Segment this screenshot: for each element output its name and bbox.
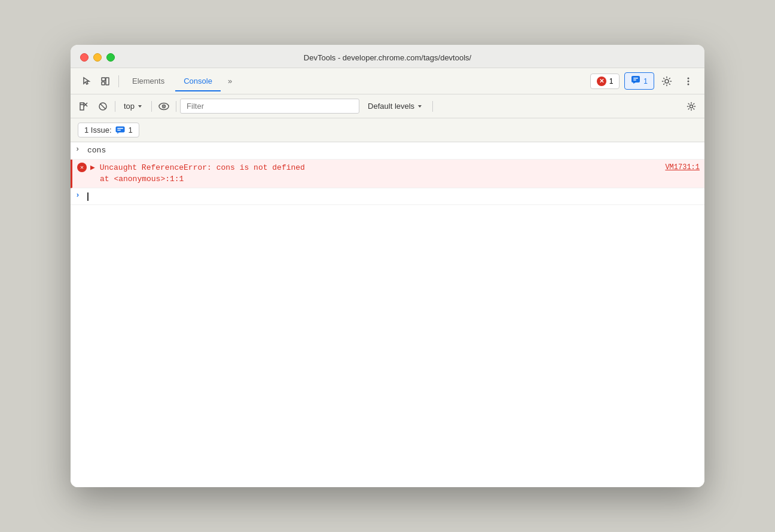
console-settings-button[interactable] (683, 98, 700, 115)
default-levels-button[interactable]: Default levels (362, 100, 429, 112)
error-icon: ✕ (77, 163, 87, 172)
devtools-window: DevTools - developer.chrome.com/tags/dev… (71, 45, 704, 487)
live-expressions-button[interactable] (155, 98, 172, 115)
svg-rect-0 (102, 78, 105, 81)
expand-arrow-icon[interactable]: › (75, 145, 84, 154)
issues-badge-button[interactable]: 1 Issue: 1 (78, 123, 139, 137)
svg-point-6 (665, 80, 669, 83)
svg-point-8 (688, 80, 689, 82)
prompt-input-area[interactable] (87, 191, 700, 203)
svg-rect-3 (631, 76, 640, 82)
error-content: ▶ Uncaught ReferenceError: cons is not d… (90, 162, 700, 185)
console-entry-error: ✕ ▶ Uncaught ReferenceError: cons is not… (71, 160, 704, 188)
minimize-button[interactable] (93, 53, 102, 62)
context-selector-dropdown[interactable]: top (119, 100, 148, 112)
svg-point-18 (163, 106, 164, 107)
svg-point-7 (688, 77, 689, 79)
svg-line-15 (100, 104, 105, 109)
issues-chat-icon (115, 126, 125, 134)
console-input-prompt[interactable]: › (71, 188, 704, 206)
tabs-bar: Elements Console » ✕ 1 1 (71, 68, 704, 94)
maximize-button[interactable] (106, 53, 115, 62)
filter-input[interactable] (180, 99, 359, 114)
chat-icon (631, 75, 640, 87)
default-levels-label: Default levels (368, 102, 414, 111)
error-count-button[interactable]: ✕ 1 (590, 74, 620, 89)
svg-rect-4 (633, 78, 638, 79)
svg-rect-20 (115, 127, 124, 133)
svg-rect-22 (117, 130, 121, 131)
issues-bar: 1 Issue: 1 (71, 118, 704, 142)
error-link[interactable]: VM1731:1 (665, 162, 700, 173)
window-title: DevTools - developer.chrome.com/tags/dev… (304, 53, 471, 62)
error-count-label: 1 (609, 77, 614, 85)
error-message-text: Uncaught ReferenceError: cons is not def… (100, 163, 305, 172)
console-entry-input: › cons (71, 142, 704, 160)
tab-elements[interactable]: Elements (124, 72, 173, 91)
inspect-element-button[interactable] (97, 73, 114, 90)
close-button[interactable] (80, 53, 89, 62)
svg-rect-2 (106, 78, 109, 85)
toolbar-separator-1 (115, 101, 115, 112)
error-expand-arrow[interactable]: ▶ (90, 163, 95, 172)
svg-rect-1 (102, 82, 105, 85)
message-count-button[interactable]: 1 (624, 72, 654, 90)
default-levels-arrow-icon (417, 103, 423, 109)
error-circle-icon: ✕ (597, 77, 606, 86)
text-cursor (87, 192, 89, 201)
title-bar: DevTools - developer.chrome.com/tags/dev… (71, 45, 704, 68)
svg-point-9 (688, 83, 689, 85)
toolbar-separator-3 (176, 101, 176, 112)
console-toolbar: top Default levels (71, 94, 704, 118)
svg-rect-10 (80, 103, 84, 110)
cursor-icon-button[interactable] (78, 73, 94, 90)
more-tabs-button[interactable]: » (223, 73, 237, 89)
context-selector-label: top (124, 102, 135, 111)
message-count-label: 1 (643, 77, 648, 85)
dropdown-arrow-icon (137, 103, 143, 109)
console-input-text: cons (87, 145, 700, 157)
settings-button[interactable] (658, 72, 676, 90)
toolbar-separator-4 (432, 101, 433, 112)
clear-console-button[interactable] (75, 98, 92, 115)
error-line1: ▶ Uncaught ReferenceError: cons is not d… (90, 162, 700, 174)
issues-message-count: 1 (129, 126, 133, 134)
toolbar-separator-2 (151, 101, 152, 112)
console-content: › cons ✕ ▶ Uncaught ReferenceError: cons… (71, 142, 704, 487)
prompt-chevron-icon: › (75, 191, 84, 200)
tab-console[interactable]: Console (175, 72, 221, 91)
svg-rect-21 (117, 128, 123, 129)
tab-divider-1 (118, 75, 119, 87)
svg-rect-5 (633, 80, 636, 81)
issues-count-text: 1 Issue: (84, 126, 112, 134)
no-blocking-button[interactable] (94, 98, 111, 115)
svg-point-19 (690, 105, 693, 108)
traffic-lights (80, 53, 115, 62)
error-line2: at <anonymous>:1:1 (100, 173, 700, 185)
more-options-button[interactable] (679, 72, 697, 90)
